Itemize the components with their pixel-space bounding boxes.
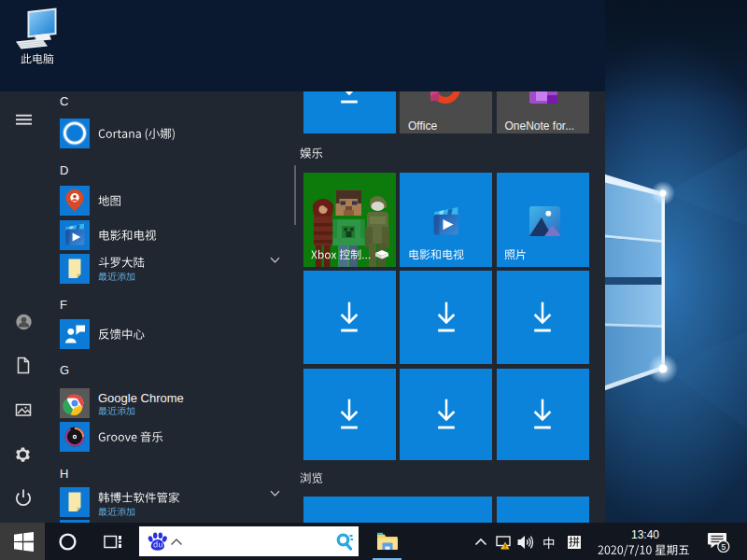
svg-text:5: 5 — [721, 542, 726, 552]
